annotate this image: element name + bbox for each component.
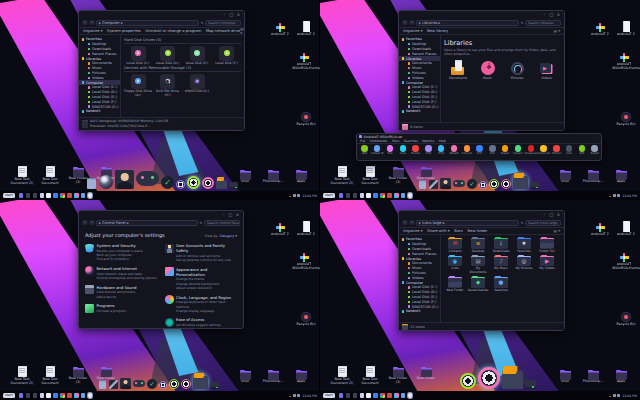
winrar-tool-button[interactable]: Extract To bbox=[371, 145, 384, 155]
desktop-icon[interactable]: Shell bbox=[233, 369, 257, 385]
view-by-dropdown[interactable]: Category ▾ bbox=[219, 234, 237, 238]
toolbar-button[interactable]: Uninstall or change a program bbox=[145, 29, 201, 33]
drive-tile[interactable]: Local Disk (C:) bbox=[124, 46, 152, 66]
winrar-menu-item[interactable]: Help bbox=[439, 139, 446, 143]
desktop-icon[interactable]: android7 2 bbox=[268, 222, 292, 237]
folder-tile[interactable]: ≡ Desktop bbox=[467, 238, 489, 253]
desktop-icon[interactable]: Apps bbox=[609, 169, 633, 185]
taskbar-app-icon[interactable] bbox=[339, 193, 344, 198]
category-links[interactable]: Let Windows suggest settings Optimize vi… bbox=[176, 323, 221, 328]
desktop-icon[interactable]: Shell bbox=[553, 169, 577, 185]
close-button[interactable]: × bbox=[555, 211, 562, 218]
folder-tile[interactable]: ♪ My Music bbox=[490, 256, 512, 274]
taskbar-app-icon[interactable] bbox=[366, 393, 371, 398]
taskbar-app-icon[interactable] bbox=[19, 193, 24, 198]
winrar-tool-button[interactable]: Repair bbox=[499, 145, 512, 155]
taskbar-app-icon[interactable] bbox=[53, 193, 58, 198]
category-links[interactable]: Change the theme Change desktop backgrou… bbox=[176, 277, 237, 290]
dock-icon[interactable] bbox=[133, 377, 145, 389]
folder-tile[interactable]: Folder Full bbox=[536, 238, 558, 253]
taskbar-app-icon[interactable] bbox=[67, 393, 72, 398]
tray-clock[interactable]: 12:06 PM bbox=[302, 394, 317, 398]
dock-icon[interactable] bbox=[440, 178, 451, 189]
close-button[interactable]: × bbox=[235, 11, 242, 18]
taskbar-app-icon[interactable] bbox=[60, 193, 65, 198]
taskbar-app-icon[interactable] bbox=[53, 393, 58, 398]
desktop-icon[interactable]: Recycle Bin bbox=[294, 112, 318, 127]
library-tile[interactable]: Music bbox=[474, 60, 502, 81]
desktop-icon[interactable]: Apps bbox=[609, 369, 633, 385]
maximize-button[interactable]: □ bbox=[548, 211, 555, 218]
volume-icon[interactable] bbox=[297, 394, 300, 397]
category-links[interactable]: Review your computer's status Back up yo… bbox=[97, 249, 143, 262]
dock-icon[interactable] bbox=[193, 374, 208, 389]
drive-tile[interactable]: KINGSTON (G:) bbox=[183, 74, 211, 97]
category-title[interactable]: Programs bbox=[97, 303, 127, 308]
category-title[interactable]: System and Security bbox=[97, 243, 143, 248]
winrar-tool-button[interactable]: VirusScan bbox=[524, 145, 537, 155]
back-button[interactable]: ← bbox=[82, 20, 88, 26]
taskbar-app-icon[interactable] bbox=[380, 393, 385, 398]
drive-tile[interactable]: DVD RW Drive (H:) bbox=[154, 74, 182, 97]
tray-caret-icon[interactable]: ▴ bbox=[609, 194, 611, 198]
minimize-button[interactable]: – bbox=[220, 211, 227, 218]
taskbar-app-icon[interactable] bbox=[408, 193, 413, 198]
forward-button[interactable]: → bbox=[409, 20, 415, 26]
address-bar[interactable]: ▸ Computer ▸ bbox=[96, 20, 199, 26]
dock-icon[interactable] bbox=[467, 179, 477, 189]
taskbar-app-icon[interactable] bbox=[394, 393, 399, 398]
winrar-tool-button[interactable]: Comment bbox=[537, 145, 550, 155]
toolbar-button[interactable]: Burn bbox=[454, 229, 463, 233]
forward-button[interactable]: → bbox=[409, 220, 415, 226]
address-bar[interactable]: ▸ Control Panel ▸ bbox=[96, 220, 198, 226]
category-icon[interactable] bbox=[85, 304, 94, 313]
library-tile[interactable]: Documents bbox=[444, 60, 472, 81]
taskbar-app-icon[interactable] bbox=[88, 193, 93, 198]
section-header[interactable]: Hard Disk Drives (4) bbox=[124, 38, 241, 44]
desktop-icon[interactable]: Recycle Bin bbox=[614, 112, 638, 127]
dock-icon[interactable] bbox=[502, 368, 523, 389]
dock-icon[interactable] bbox=[109, 380, 118, 389]
winrar-tool-button[interactable]: Wizard bbox=[448, 145, 461, 155]
desktop-icon[interactable]: android7 4SkinRLib.theme bbox=[612, 252, 636, 270]
winrar-tool-button[interactable]: Protect bbox=[550, 145, 563, 155]
dock-icon[interactable] bbox=[159, 381, 167, 389]
address-bar[interactable]: ▸ Libraries ▸ bbox=[416, 20, 519, 26]
taskbar-app-icon[interactable] bbox=[33, 193, 38, 198]
folder-tile[interactable]: ★ Favorites bbox=[513, 238, 535, 253]
winrar-tool-button[interactable]: Test bbox=[384, 145, 397, 155]
folder-tile[interactable]: ▤ My Documents bbox=[467, 256, 489, 274]
desktop-icon[interactable]: Photoshop... bbox=[581, 369, 605, 385]
desktop-icon[interactable]: android7 2 bbox=[268, 22, 292, 37]
toolbar-button[interactable]: Map network drive bbox=[206, 29, 240, 33]
dock-icon[interactable] bbox=[216, 178, 227, 189]
folder-tile[interactable]: ◆ Saved Games bbox=[467, 277, 489, 292]
taskbar-app-icon[interactable] bbox=[74, 393, 79, 398]
desktop-icon[interactable]: Apps bbox=[289, 169, 313, 185]
taskbar-app-icon[interactable] bbox=[373, 193, 378, 198]
category-title[interactable]: Network and Internet bbox=[97, 266, 157, 271]
winrar-tool-button[interactable]: Delete bbox=[409, 145, 422, 155]
category-links[interactable]: Change keyboards or other input methods … bbox=[176, 300, 237, 313]
dock-icon[interactable] bbox=[453, 177, 465, 189]
winrar-tool-button[interactable]: SFX bbox=[576, 145, 589, 155]
taskbar-app-icon[interactable] bbox=[26, 393, 31, 398]
winrar-menu-item[interactable]: Commands bbox=[370, 139, 388, 143]
toolbar-button[interactable]: Organize ▾ bbox=[403, 229, 423, 233]
desktop-icon[interactable]: Shell bbox=[553, 369, 577, 385]
taskbar-app-icon[interactable] bbox=[67, 193, 72, 198]
dock-icon[interactable] bbox=[181, 379, 191, 389]
refresh-icon[interactable]: ↻ bbox=[521, 221, 524, 225]
taskbar-app-icon[interactable] bbox=[40, 193, 45, 198]
view-options-icon[interactable]: ▤ ▾ bbox=[553, 29, 560, 33]
taskbar-app-icon[interactable] bbox=[46, 193, 51, 198]
back-button[interactable]: ← bbox=[402, 220, 408, 226]
network-icon[interactable] bbox=[613, 394, 616, 397]
winrar-tool-button[interactable]: Extract bbox=[512, 145, 525, 155]
start-button[interactable]: start bbox=[3, 393, 15, 399]
view-options-icon[interactable]: ▤ ▾ bbox=[553, 229, 560, 233]
dock-icon[interactable] bbox=[98, 380, 107, 389]
window-titlebar[interactable]: – □ × bbox=[399, 211, 564, 218]
winrar-tool-button[interactable]: Print bbox=[435, 145, 448, 155]
address-bar[interactable]: ▸ icons large ▸ bbox=[416, 220, 519, 226]
